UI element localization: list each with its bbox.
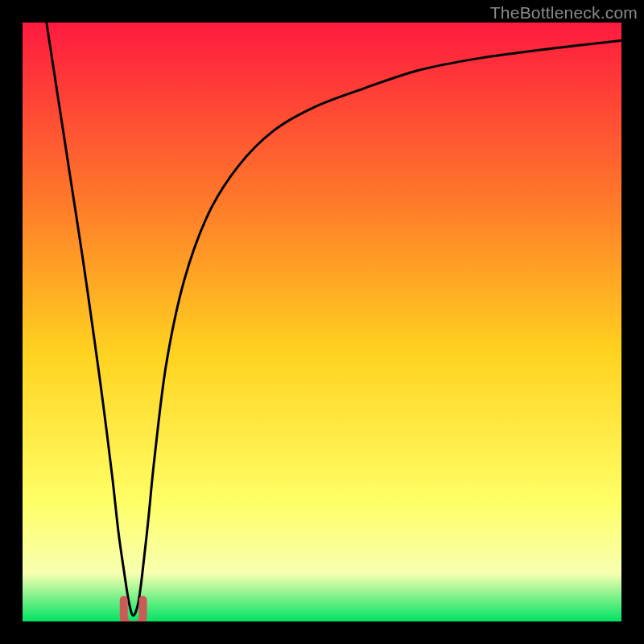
plot-svg — [23, 23, 621, 621]
watermark-text: TheBottleneck.com — [490, 3, 638, 23]
plot-frame — [23, 23, 621, 621]
gradient-background — [23, 23, 621, 621]
